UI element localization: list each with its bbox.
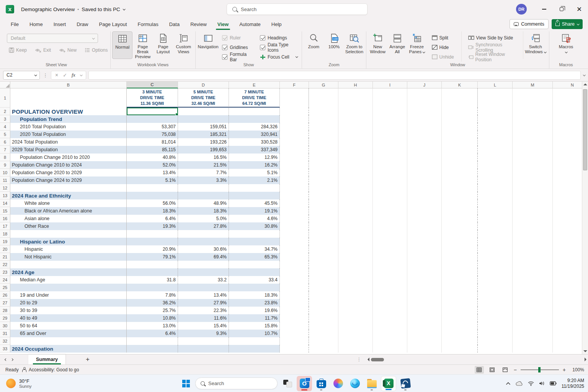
drive-time-header-D1[interactable]: 5 MINUTEDRIVE TIME32.46 SQ/MI (178, 88, 229, 108)
cell-L11[interactable] (478, 176, 513, 184)
battery-icon[interactable] (550, 381, 557, 385)
cell-E4[interactable]: 284,326 (229, 123, 280, 131)
cell-K31[interactable] (442, 330, 478, 337)
cell-J22[interactable] (407, 261, 442, 268)
cell-G30[interactable] (309, 322, 338, 330)
row-header-33[interactable]: 33 (0, 345, 10, 353)
cell-M14[interactable] (513, 199, 553, 207)
row-header-31[interactable]: 31 (0, 330, 10, 337)
cell-I13[interactable] (373, 192, 407, 199)
cell-L29[interactable] (478, 314, 513, 322)
cell-F31[interactable] (280, 330, 309, 337)
cell-G28[interactable] (309, 307, 338, 314)
cell-F3[interactable] (280, 115, 309, 123)
cell-B22[interactable] (10, 261, 127, 268)
freeze-panes-button[interactable]: Freeze Panes (407, 31, 426, 59)
cell-G19[interactable] (309, 238, 338, 245)
row-header-9[interactable]: 9 (0, 161, 10, 169)
cell-D11[interactable]: 3.3% (178, 176, 229, 184)
cell-M4[interactable] (513, 123, 553, 131)
row-header-21[interactable]: 21 (0, 253, 10, 261)
column-header-N[interactable]: N (553, 82, 582, 88)
row-header-25[interactable]: 25 (0, 284, 10, 291)
clock[interactable]: 9:20 AM 11/19/2025 (562, 378, 584, 389)
cell-L25[interactable] (478, 284, 513, 291)
cell-G26[interactable] (309, 291, 338, 299)
zoom-100-button[interactable]: 100 100% (324, 31, 344, 59)
cell-C8[interactable]: 40.8% (127, 154, 178, 161)
cell-H32[interactable] (338, 337, 373, 345)
select-all-button[interactable] (0, 82, 10, 88)
cell-C21[interactable]: 79.1% (127, 253, 178, 261)
cell-C6[interactable]: 81,014 (127, 138, 178, 146)
cell-N22[interactable] (553, 261, 582, 268)
cell-N14[interactable] (553, 199, 582, 207)
exit-button[interactable]: Exit (34, 46, 52, 54)
cell-K19[interactable] (442, 238, 478, 245)
cell-K30[interactable] (442, 322, 478, 330)
cell-F22[interactable] (280, 261, 309, 268)
cell-J16[interactable] (407, 215, 442, 222)
cell-I12[interactable] (373, 184, 407, 192)
cell-C25[interactable] (127, 284, 178, 291)
cell-E9[interactable]: 16.2% (229, 161, 280, 169)
cell-J27[interactable] (407, 299, 442, 307)
document-title[interactable]: Demographic Overview • Saved to this PC (21, 7, 125, 12)
cell-K20[interactable] (442, 245, 478, 253)
row-header-14[interactable]: 14 (0, 199, 10, 207)
row-header-17[interactable]: 17 (0, 222, 10, 230)
cell-L4[interactable] (478, 123, 513, 131)
next-sheet-button[interactable] (6, 359, 18, 361)
cell-I2[interactable] (373, 108, 407, 115)
cell-H25[interactable] (338, 284, 373, 291)
cell-F18[interactable] (280, 230, 309, 238)
titlebar-search-box[interactable]: Search (227, 3, 368, 15)
cell-N28[interactable] (553, 307, 582, 314)
pinned-app-icon[interactable] (398, 376, 413, 391)
cell-F26[interactable] (280, 291, 309, 299)
cell-E26[interactable]: 18.3% (229, 291, 280, 299)
column-header-C[interactable]: C (127, 82, 178, 88)
cell-M32[interactable] (513, 337, 553, 345)
cell-B24[interactable]: Median Age (10, 276, 127, 284)
cell-N1[interactable] (553, 88, 582, 108)
keep-button[interactable]: Keep (8, 46, 28, 54)
row-header-27[interactable]: 27 (0, 299, 10, 307)
cell-M15[interactable] (513, 207, 553, 215)
cell-I32[interactable] (373, 337, 407, 345)
cell-K23[interactable] (442, 268, 478, 276)
cell-I25[interactable] (373, 284, 407, 291)
cell-M27[interactable] (513, 299, 553, 307)
cell-M21[interactable] (513, 253, 553, 261)
cell-B30[interactable]: 50 to 64 (10, 322, 127, 330)
cell-H24[interactable] (338, 276, 373, 284)
horizontal-scroll-thumb[interactable] (371, 358, 384, 361)
new-window-button[interactable]: New Window (368, 31, 387, 59)
column-header-L[interactable]: L (478, 82, 513, 88)
cell-K18[interactable] (442, 230, 478, 238)
cell-D16[interactable]: 5.0% (178, 215, 229, 222)
cell-L30[interactable] (478, 322, 513, 330)
cell-B32[interactable] (10, 337, 127, 345)
cell-D4[interactable]: 159,051 (178, 123, 229, 131)
cell-E24[interactable]: 33.4 (229, 276, 280, 284)
cell-D17[interactable]: 27.8% (178, 222, 229, 230)
insert-function-button[interactable]: fx (72, 72, 75, 78)
cell-N17[interactable] (553, 222, 582, 230)
cell-I27[interactable] (373, 299, 407, 307)
cell-M3[interactable] (513, 115, 553, 123)
row-header-11[interactable]: 11 (0, 176, 10, 184)
cell-E28[interactable]: 19.6% (229, 307, 280, 314)
cell-J15[interactable] (407, 207, 442, 215)
cell-B27[interactable]: 20 to 29 (10, 299, 127, 307)
cell-J25[interactable] (407, 284, 442, 291)
cell-C3[interactable] (127, 115, 178, 123)
cell-N31[interactable] (553, 330, 582, 337)
cell-F15[interactable] (280, 207, 309, 215)
excel-taskbar-icon[interactable] (381, 376, 396, 391)
weather-widget[interactable]: 30°F Sunny (6, 379, 32, 389)
cell-E23[interactable] (229, 268, 280, 276)
column-header-E[interactable]: E (229, 82, 280, 88)
column-header-G[interactable]: G (309, 82, 338, 88)
cell-L18[interactable] (478, 230, 513, 238)
